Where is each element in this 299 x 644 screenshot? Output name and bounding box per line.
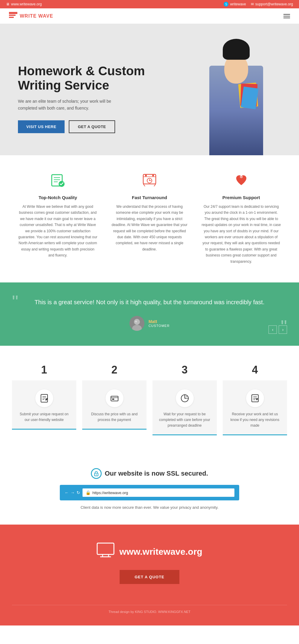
- back-arrow[interactable]: ←: [65, 490, 69, 495]
- reload-button[interactable]: ↻: [77, 490, 80, 495]
- feature-support: Premium Support Our 24/7 support team is…: [195, 173, 287, 265]
- testimonial-section: " This is a great service! Not only is i…: [0, 282, 299, 346]
- lock-icon: 🔒: [86, 490, 91, 495]
- svg-point-38: [96, 474, 97, 475]
- forward-arrow[interactable]: →: [71, 490, 75, 495]
- top-bar-website: 🖥 www.writewave.org: [6, 2, 42, 6]
- edit-icon: [18, 173, 98, 191]
- logo-text: WRITE WAVE: [20, 13, 53, 19]
- cta-quote-button[interactable]: GET A QUOTE: [120, 570, 179, 584]
- feature-support-title: Premium Support: [201, 195, 281, 200]
- author-name: Matt: [149, 319, 170, 324]
- hero-section: Homework & Custom Writing Service We are…: [0, 24, 299, 155]
- hero-buttons: VISIT US HERE GET A QUOTE: [18, 120, 173, 133]
- ssl-title: Our website is now SSL secured.: [12, 468, 287, 479]
- cta-monitor-icon: [97, 542, 115, 561]
- author-info: Matt CUSTOMER: [149, 319, 170, 328]
- ssl-url: https://writewave.org: [92, 491, 128, 495]
- step-1-text: Submit your unique request on our user-f…: [17, 411, 71, 423]
- visit-button[interactable]: VISIT US HERE: [18, 120, 65, 133]
- browser-bar: ← → ↻ 🔒 https://writewave.org: [60, 485, 239, 500]
- step-2: 2 Discuss the price with us and process …: [82, 364, 147, 436]
- svg-point-17: [240, 175, 243, 178]
- svg-rect-39: [97, 543, 114, 554]
- feature-quality-text: At Write Wave we believe that with any g…: [18, 204, 98, 259]
- feature-turnaround-text: We understand that the process of having…: [110, 204, 190, 252]
- step-2-card: Discuss the price with us and process th…: [82, 380, 147, 430]
- feature-support-text: Our 24/7 support team is dedicated to se…: [201, 204, 281, 265]
- ssl-section: Our website is now SSL secured. ← → ↻ 🔒 …: [0, 453, 299, 525]
- step-3-card: Wait for your request to be completed wi…: [152, 380, 217, 436]
- hero-subtitle: We are an elite team of scholars; your w…: [18, 98, 132, 111]
- cta-footer: www.writewave.org GET A QUOTE Thread des…: [0, 525, 299, 625]
- step-1-number: 1: [12, 364, 76, 376]
- steps-section: 1 Submit your unique request on our user…: [0, 346, 299, 454]
- step-3-icon: [176, 389, 194, 407]
- svg-point-11: [152, 175, 154, 176]
- hamburger-menu[interactable]: [283, 14, 290, 18]
- author-role: CUSTOMER: [149, 324, 170, 328]
- step-2-number: 2: [82, 364, 147, 376]
- top-bar-email[interactable]: ✉ support@writewave.org: [251, 2, 293, 6]
- step-4-text: Receive your work and let us know if you…: [228, 411, 282, 429]
- monitor-icon: 🖥: [6, 2, 10, 6]
- ssl-description: Client data is now more secure than ever…: [12, 505, 287, 510]
- top-bar-skype[interactable]: S writewave: [224, 2, 246, 7]
- footer-note: Thread design by KING STUDIO. WWW.KINGGF…: [12, 610, 287, 614]
- author-avatar: [129, 316, 144, 331]
- step-1: 1 Submit your unique request on our user…: [12, 364, 76, 436]
- features-section: Top-Notch Quality At Write Wave we belie…: [0, 155, 299, 282]
- quote-button[interactable]: GET A QUOTE: [69, 120, 115, 133]
- svg-line-31: [186, 396, 187, 397]
- header: WRITE WAVE: [0, 8, 299, 24]
- svg-point-21: [135, 321, 137, 322]
- svg-point-19: [134, 319, 140, 325]
- url-bar[interactable]: 🔒 https://writewave.org: [83, 488, 234, 497]
- testimonial-author: Matt CUSTOMER: [24, 316, 275, 331]
- feature-turnaround-title: Fast Turnaround: [110, 195, 190, 200]
- steps-grid: 1 Submit your unique request on our user…: [12, 364, 287, 436]
- heart-icon: [201, 173, 281, 191]
- skype-icon: S: [224, 2, 228, 7]
- step-2-text: Discuss the price with us and process th…: [87, 411, 142, 423]
- svg-rect-28: [112, 399, 114, 400]
- feature-quality: Top-Notch Quality At Write Wave we belie…: [12, 173, 104, 265]
- svg-point-10: [145, 175, 147, 176]
- step-1-icon: [35, 389, 53, 407]
- svg-rect-2: [9, 17, 14, 18]
- hero-content: Homework & Custom Writing Service We are…: [18, 64, 173, 133]
- quote-mark-right: ": [281, 316, 287, 337]
- step-1-card: Submit your unique request on our user-f…: [12, 380, 76, 430]
- step-2-icon: [106, 389, 123, 407]
- svg-rect-0: [9, 12, 17, 14]
- ssl-badge-icon: [91, 468, 102, 479]
- top-bar: 🖥 www.writewave.org S writewave ✉ suppor…: [0, 0, 299, 8]
- email-icon: ✉: [251, 2, 254, 6]
- quote-mark-left: ": [12, 291, 18, 312]
- svg-rect-22: [41, 394, 48, 402]
- cta-url: www.writewave.org: [119, 547, 202, 557]
- step-3: 3 Wait for your request to be completed …: [152, 364, 217, 436]
- svg-rect-1: [9, 15, 16, 16]
- prev-arrow[interactable]: ‹: [269, 325, 277, 334]
- step-3-number: 3: [152, 364, 217, 376]
- hero-image: [173, 42, 281, 155]
- logo[interactable]: WRITE WAVE: [9, 12, 53, 20]
- testimonial-quote: This is a great service! Not only is it …: [24, 297, 275, 307]
- step-3-text: Wait for your request to be completed wi…: [157, 411, 212, 429]
- step-4-card: Receive your work and let us know if you…: [223, 380, 287, 436]
- step-4-icon: [246, 389, 264, 407]
- cta-monitor: www.writewave.org: [12, 542, 287, 561]
- feature-quality-title: Top-Notch Quality: [18, 195, 98, 200]
- step-4-number: 4: [223, 364, 287, 376]
- hero-title: Homework & Custom Writing Service: [18, 64, 173, 93]
- svg-rect-26: [111, 396, 118, 401]
- step-4: 4 Receive your work and let us know if y…: [223, 364, 287, 436]
- clock-icon: [110, 173, 190, 191]
- browser-nav: ← → ↻: [65, 490, 80, 495]
- feature-turnaround: Fast Turnaround We understand that the p…: [104, 173, 196, 265]
- logo-icon: [9, 12, 17, 20]
